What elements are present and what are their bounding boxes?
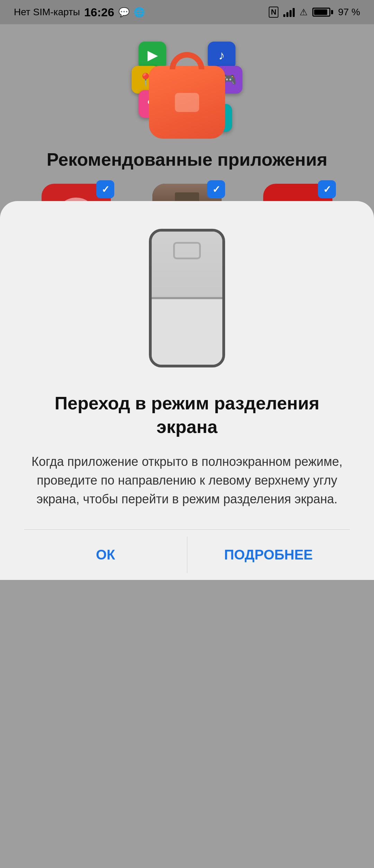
check-badge-samocat: ✓ [96,180,114,198]
app-gallery-icon: ▶ ♪ 📍 🎮 ❤ ✿ [132,42,242,139]
battery-percent: 97 % [338,7,360,18]
section-title: Рекомендованные приложения [47,149,327,170]
details-button[interactable]: ПОДРОБНЕЕ [187,530,350,580]
check-badge-fonbet: ✓ [318,180,336,198]
check-icon-kiss: ✓ [212,184,220,195]
phone-divider [152,297,222,299]
wifi-icon [283,7,295,17]
mini-icon-blue: ♪ [208,42,235,69]
status-left: Нет SIM-карты 16:26 💬 🌐 [14,6,145,19]
status-bar: Нет SIM-карты 16:26 💬 🌐 N ⚠ 97 % [0,0,374,24]
phone-screen-bottom [152,298,222,365]
sim-status: Нет SIM-карты [14,7,80,18]
check-icon-samocat: ✓ [101,184,109,195]
swipe-gesture-indicator [173,242,201,259]
phone-screen-top [152,232,222,298]
check-icon-fonbet: ✓ [323,184,331,195]
modal-overlay: Переход в режим разделения экрана Когда … [0,201,374,868]
bag-main [149,66,225,139]
battery-indicator [312,8,333,17]
clock: 16:26 [84,6,114,19]
ok-button[interactable]: ОК [24,530,187,580]
check-badge-kiss: ✓ [207,180,225,198]
warning-icon: ⚠ [300,7,308,18]
globe-icon: 🌐 [134,7,145,18]
status-right: N ⚠ 97 % [269,7,360,18]
phone-illustration [149,229,225,367]
messaging-icon: 💬 [118,7,130,18]
mini-icon-green: ▶ [139,42,166,69]
bag-handle [170,52,204,69]
modal-buttons: ОК ПОДРОБНЕЕ [24,529,350,580]
nfc-icon: N [269,7,278,18]
modal-title: Переход в режим разделения экрана [24,392,350,439]
bag-face [175,93,199,112]
modal-description: Когда приложение открыто в полноэкранном… [24,452,350,509]
modal-dialog: Переход в режим разделения экрана Когда … [0,201,374,580]
